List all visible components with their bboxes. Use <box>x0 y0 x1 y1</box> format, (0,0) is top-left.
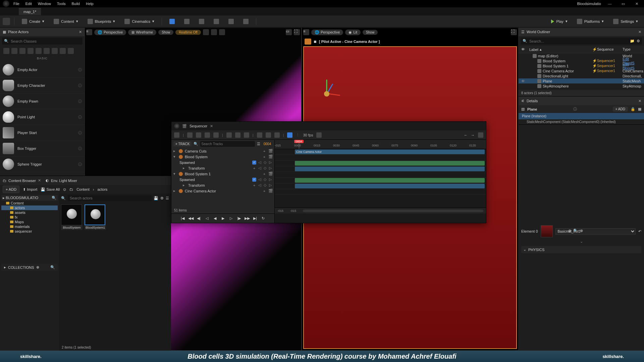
tree-item[interactable]: actors <box>1 205 58 210</box>
next-key-icon[interactable]: ▷ <box>269 183 272 187</box>
place-actor-item[interactable]: Box Triggerⓘ <box>0 141 85 157</box>
path-actors[interactable]: actors <box>97 187 107 191</box>
magnet-icon[interactable] <box>287 132 292 138</box>
sequencer-window[interactable]: 🎬 Sequencer ✕ | | | | ⋮ 30 fps ← → + TRA… <box>171 121 486 223</box>
visibility-toggle[interactable]: 👁 <box>521 79 529 83</box>
window-minimize-button[interactable]: — <box>605 2 614 6</box>
find-icon[interactable] <box>196 132 201 138</box>
info-icon[interactable]: ⓘ <box>78 99 82 104</box>
settings-button[interactable]: Settings▾ <box>610 17 641 25</box>
menu-edit[interactable]: Edit <box>25 2 32 6</box>
expand-icon[interactable]: ▸ <box>183 183 186 187</box>
expand-icon[interactable]: ▾ <box>173 155 177 159</box>
add-icon[interactable]: ⊕ <box>36 265 39 269</box>
outliner-row[interactable]: DirectionalLightDirectionalL <box>519 73 644 78</box>
vp-menu-icon[interactable]: ≡ <box>303 29 309 35</box>
menu-file[interactable]: File <box>13 2 19 6</box>
spawned-clip[interactable] <box>295 178 485 183</box>
all-icon[interactable] <box>60 48 66 54</box>
save-icon[interactable] <box>187 132 193 138</box>
curves-icon[interactable] <box>316 132 322 138</box>
menu-build[interactable]: Build <box>72 2 80 6</box>
use-icon[interactable]: ⊕ <box>568 229 571 233</box>
prev-key-icon[interactable]: ◁ <box>258 177 262 182</box>
more-icon[interactable]: 🎬 <box>268 189 272 193</box>
render-icon[interactable] <box>213 132 219 138</box>
filter-icon[interactable]: ☰ <box>166 196 169 200</box>
vp-translate-icon[interactable] <box>211 29 217 35</box>
key-icon[interactable] <box>226 132 232 138</box>
save-icon[interactable]: 💾 <box>154 196 158 200</box>
close-icon[interactable]: ✕ <box>638 99 641 103</box>
browse-icon[interactable]: ▦ <box>638 107 641 111</box>
filter-icon[interactable]: ⚙ <box>637 39 640 43</box>
level-tab[interactable]: map_1* <box>19 8 41 15</box>
new-folder-icon[interactable]: 📁 <box>630 39 635 43</box>
reset-icon[interactable]: ⊗ <box>580 229 583 233</box>
tree-item[interactable]: materials <box>1 224 58 229</box>
curve-icon[interactable] <box>274 132 280 138</box>
menu-window[interactable]: Window <box>38 2 51 6</box>
checkbox[interactable]: ✓ <box>252 178 256 182</box>
content-browser-tab[interactable]: 🗀Content Browser✕ <box>3 178 41 183</box>
vp-expand-icon[interactable]: ⛶ <box>294 29 300 35</box>
add-icon[interactable]: + <box>252 183 256 187</box>
snap-icon[interactable] <box>257 132 262 138</box>
step-back-icon[interactable]: ◀◀ <box>189 216 193 221</box>
add-component-button[interactable]: + ADD <box>613 107 628 112</box>
breadcrumb-icon[interactable] <box>478 132 483 138</box>
window-close-button[interactable]: ✕ <box>632 2 641 6</box>
sequence-ref[interactable]: ⚡Sequencer1 <box>592 64 623 68</box>
history-back-icon[interactable]: ⊙ <box>63 187 66 192</box>
play-icon[interactable] <box>244 132 249 138</box>
place-actor-item[interactable]: Point Lightⓘ <box>0 109 85 125</box>
type-col[interactable]: Type <box>623 47 641 52</box>
fps-label[interactable]: 30 fps <box>303 133 313 137</box>
add-icon[interactable]: + <box>262 155 266 159</box>
landscape-button[interactable] <box>181 17 193 25</box>
track-property[interactable]: Spawned✓◁◇▷ <box>171 160 274 165</box>
close-icon[interactable]: ✕ <box>38 178 41 183</box>
track-group[interactable]: ▸Camera Cuts+🎬 <box>171 148 274 154</box>
expand-icon[interactable]: ▸ <box>183 166 186 170</box>
add-key-icon[interactable]: ◇ <box>264 160 267 165</box>
prev-key-icon[interactable]: ◀| <box>197 216 201 221</box>
project-root[interactable]: ▸ BLOODSIMULATIO 🔍 <box>1 195 58 201</box>
next-frame-icon[interactable]: ▷ <box>229 216 233 221</box>
cinematics-button[interactable]: Cinematics▾ <box>121 17 157 25</box>
filter-icon[interactable]: ☰ <box>257 142 260 146</box>
transform-gizmo[interactable] <box>317 77 347 107</box>
eye-icon[interactable] <box>235 132 240 138</box>
path-content[interactable]: Content <box>76 187 90 191</box>
cb-add-button[interactable]: + ADD <box>3 186 19 193</box>
asset-item[interactable]: BloodSystem1 <box>85 204 106 230</box>
cinematic-icon[interactable] <box>36 48 42 54</box>
expand-icon[interactable]: ▸ <box>173 189 177 193</box>
info-icon[interactable]: ⓘ <box>78 115 82 120</box>
spawned-clip[interactable] <box>295 161 485 166</box>
expand-icon[interactable]: ▾ <box>173 172 177 176</box>
gizmo-origin[interactable] <box>324 91 329 97</box>
vp-show[interactable]: Show <box>158 30 173 35</box>
import-button[interactable]: ⬆ Import <box>23 187 37 192</box>
snap2-icon[interactable] <box>266 132 271 138</box>
world-icon[interactable] <box>174 132 179 138</box>
more-icon[interactable]: 🎬 <box>268 149 272 153</box>
add-icon[interactable]: + <box>262 172 266 176</box>
next-key-icon[interactable]: ▷ <box>269 177 272 182</box>
play-button[interactable]: Play▾ <box>548 18 571 25</box>
next-key-icon[interactable]: |▶ <box>237 216 241 221</box>
tree-item[interactable]: sequencer <box>1 229 58 234</box>
track-property[interactable]: ▸Transform+◁◇▷ <box>171 182 274 188</box>
info-icon[interactable]: ⓘ <box>78 67 82 72</box>
tree-item[interactable]: Content <box>1 201 58 205</box>
vp-menu-icon[interactable]: ≡ <box>86 29 92 35</box>
nav-fwd-icon[interactable]: → <box>471 133 475 137</box>
place-actor-item[interactable]: Sphere Triggerⓘ <box>0 157 85 172</box>
vp-wireframe[interactable]: ⊞Wireframe <box>128 29 156 35</box>
time-ruler[interactable]: 0004 -0150000001500300045006000750090010… <box>275 140 486 149</box>
track-property[interactable]: ▸Transform+◁◇▷ <box>171 165 274 171</box>
prev-frame-icon[interactable]: ◁ <box>205 216 209 221</box>
select-mode-button[interactable] <box>166 17 178 25</box>
add-key-icon[interactable]: ◇ <box>264 183 267 187</box>
